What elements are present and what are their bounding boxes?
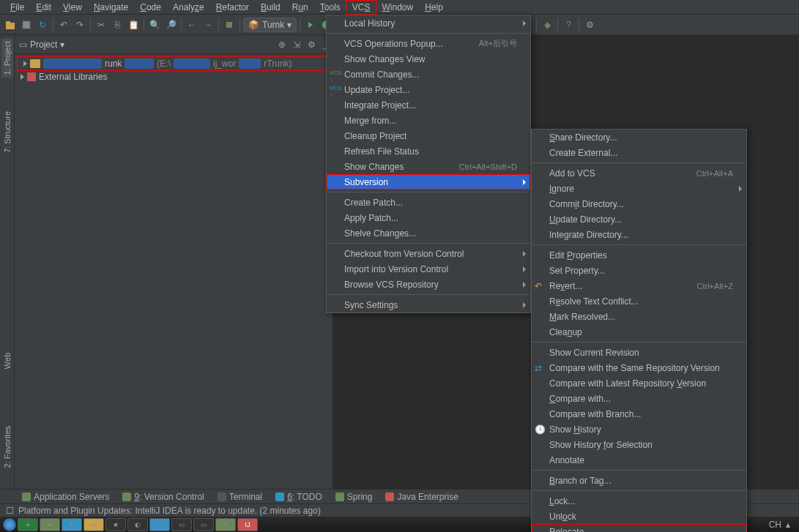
mi-mark-resolved[interactable]: Mark Resolved... xyxy=(532,309,746,324)
task-item[interactable]: ● xyxy=(18,518,38,531)
undo-icon[interactable]: ↶ xyxy=(56,18,71,32)
mi-apply-patch[interactable]: Apply Patch... xyxy=(327,210,530,225)
mi-refresh[interactable]: Refresh File Status xyxy=(327,143,530,159)
mi-unlock[interactable]: Unlock xyxy=(532,509,746,524)
mi-vcs-ops[interactable]: VCS Operations Popup...Alt+后引号 xyxy=(327,36,530,51)
mi-add-vcs[interactable]: Add to VCSCtrl+Alt+A xyxy=(532,165,746,181)
copy-icon[interactable]: ⎘ xyxy=(110,18,125,32)
fwd-icon[interactable]: → xyxy=(201,18,215,32)
menu-vcs[interactable]: VCS xyxy=(346,1,376,14)
redo-icon[interactable]: ↷ xyxy=(73,18,87,32)
mi-import[interactable]: Import into Version Control xyxy=(327,261,530,277)
menu-navigate[interactable]: Navigate xyxy=(88,1,134,14)
build-icon[interactable] xyxy=(222,18,237,32)
mi-cmp-branch[interactable]: Compare with Branch... xyxy=(532,406,746,422)
mi-show-hist-sel[interactable]: Show History for Selection xyxy=(532,437,746,452)
mi-relocate[interactable]: Relocate... xyxy=(532,524,746,532)
mi-local-history[interactable]: Local History xyxy=(327,15,530,31)
mi-show-hist[interactable]: 🕓Show History xyxy=(532,422,746,437)
tree-root[interactable]: runk (E:\ ij_wor rTrunk) xyxy=(18,57,330,70)
menu-code[interactable]: Code xyxy=(134,1,167,14)
mi-integrate[interactable]: Integrate Project... xyxy=(327,97,530,113)
save-icon[interactable] xyxy=(19,18,34,32)
menu-tools[interactable]: Tools xyxy=(314,1,346,14)
task-item[interactable]: ▭ xyxy=(83,518,104,531)
mi-resolve[interactable]: Resolve Text Conflict... xyxy=(532,293,746,309)
task-item[interactable]: ■ xyxy=(105,518,126,531)
menu-analyze[interactable]: Analyze xyxy=(167,1,210,14)
mi-checkout[interactable]: Checkout from Version Control xyxy=(327,246,530,261)
mi-annotate[interactable]: Annotate xyxy=(532,452,746,468)
project-panel-label[interactable]: Project xyxy=(30,40,57,50)
mi-merge[interactable]: Merge from... xyxy=(327,113,530,128)
task-item[interactable]: ▭ xyxy=(149,518,170,531)
mi-branch-tag[interactable]: Branch or Tag... xyxy=(532,473,746,488)
mi-cmp-same[interactable]: ⇄Compare with the Same Repository Versio… xyxy=(532,360,746,375)
chevron-down-icon[interactable]: ▾ xyxy=(60,40,64,50)
menu-view[interactable]: View xyxy=(57,1,88,14)
menu-window[interactable]: Window xyxy=(376,1,419,14)
tree-external-libs[interactable]: External Libraries xyxy=(15,70,332,83)
ime-indicator[interactable]: CH xyxy=(769,520,781,530)
mi-update-dir[interactable]: Update Directory... xyxy=(532,211,746,227)
menu-help[interactable]: Help xyxy=(419,1,449,14)
bt-app-servers[interactable]: Application Servers xyxy=(22,492,109,502)
mi-show-changes-view[interactable]: Show Changes View xyxy=(327,51,530,67)
mi-show-rev[interactable]: Show Current Revision xyxy=(532,345,746,360)
android-icon[interactable]: ◆ xyxy=(540,18,554,32)
project-tree[interactable]: runk (E:\ ij_wor rTrunk) External Librar… xyxy=(15,54,332,86)
menu-build[interactable]: Build xyxy=(255,1,286,14)
expand-icon[interactable] xyxy=(21,74,24,80)
menu-refactor[interactable]: Refactor xyxy=(210,1,255,14)
bt-vc[interactable]: 9: Version Control xyxy=(122,492,204,502)
mi-ignore[interactable]: Ignore xyxy=(532,181,746,196)
menu-file[interactable]: File xyxy=(4,1,30,14)
mi-create-ext[interactable]: Create External... xyxy=(532,145,746,160)
bt-terminal[interactable]: Terminal xyxy=(218,492,262,502)
task-item[interactable]: ● xyxy=(40,518,60,531)
mi-show-changes[interactable]: Show ChangesCtrl+Alt+Shift+D xyxy=(327,159,530,174)
mi-cmp-latest[interactable]: Compare with Latest Repository Version xyxy=(532,375,746,391)
task-item[interactable]: IJ xyxy=(237,518,258,531)
sync-icon[interactable]: ↻ xyxy=(35,18,50,32)
tab-favorites[interactable]: 2: Favorites xyxy=(1,423,13,471)
replace-icon[interactable]: 🔎 xyxy=(163,18,178,32)
mi-sync[interactable]: Sync Settings xyxy=(327,297,530,312)
gear-icon[interactable]: ⚙ xyxy=(308,40,316,50)
mi-subversion[interactable]: Subversion xyxy=(327,174,530,190)
tab-project[interactable]: 1: Project xyxy=(1,38,13,78)
mi-cleanup[interactable]: Cleanup Project xyxy=(327,128,530,143)
mi-shelve[interactable]: Shelve Changes... xyxy=(327,225,530,241)
mi-commit-dir[interactable]: Commit Directory... xyxy=(532,196,746,211)
mi-create-patch[interactable]: Create Patch... xyxy=(327,195,530,210)
bt-java-ee[interactable]: Java Enterprise xyxy=(385,492,458,502)
mi-edit-props[interactable]: Edit Properties xyxy=(532,247,746,263)
expand-icon[interactable] xyxy=(23,61,27,67)
task-item[interactable]: ● xyxy=(62,518,82,531)
mi-cleanup2[interactable]: Cleanup xyxy=(532,324,746,340)
mi-set-prop[interactable]: Set Property... xyxy=(532,263,746,278)
paste-icon[interactable]: 📋 xyxy=(126,18,141,32)
bt-todo[interactable]: 6: TODO xyxy=(275,492,322,502)
task-item[interactable]: ▭ xyxy=(171,518,192,531)
settings-icon[interactable]: ⚙ xyxy=(582,18,597,32)
task-item[interactable]: X xyxy=(215,518,236,531)
tab-web[interactable]: Web xyxy=(1,350,13,372)
scroll-from-source-icon[interactable]: ⊕ xyxy=(278,40,286,50)
task-item[interactable]: ◐ xyxy=(127,518,148,531)
mi-commit[interactable]: VCS↑Commit Changes... xyxy=(327,67,530,82)
start-button[interactable]: ⊞ xyxy=(3,518,16,531)
tab-structure[interactable]: 7: Structure xyxy=(1,108,13,156)
tray-chevron-icon[interactable]: ▴ xyxy=(786,520,790,530)
open-icon[interactable] xyxy=(3,18,18,32)
bt-spring[interactable]: Spring xyxy=(335,492,373,502)
mi-share[interactable]: Share Directory... xyxy=(532,130,746,145)
mi-update[interactable]: VCS↓Update Project... xyxy=(327,82,530,97)
mi-revert[interactable]: ↶Revert...Ctrl+Alt+Z xyxy=(532,278,746,293)
run-config-selector[interactable]: 📦 Turnk ▾ xyxy=(243,18,297,32)
find-icon[interactable]: 🔍 xyxy=(147,18,162,32)
collapse-icon[interactable]: ⇲ xyxy=(293,40,300,50)
mi-integrate-dir[interactable]: Integrate Directory... xyxy=(532,227,746,242)
menu-run[interactable]: Run xyxy=(286,1,314,14)
mi-cmp-with[interactable]: Compare with... xyxy=(532,391,746,406)
